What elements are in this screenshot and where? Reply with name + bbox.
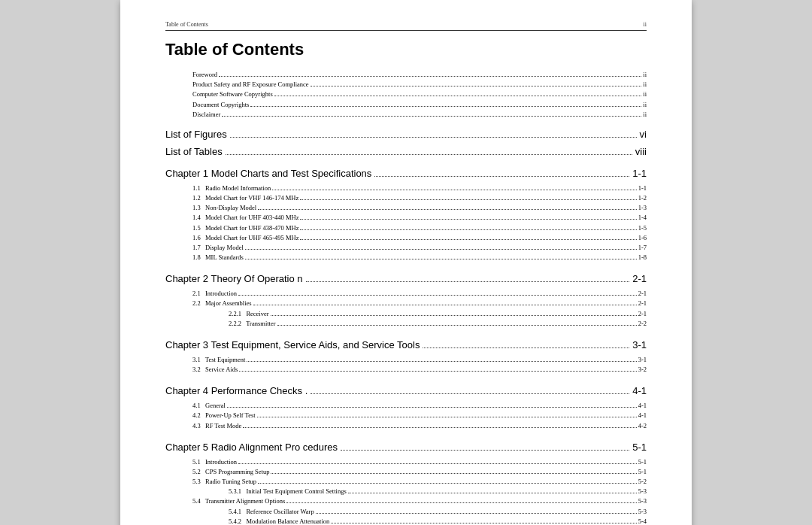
dots	[300, 199, 636, 200]
page-num: 2-1	[638, 299, 647, 308]
item-title: 5.4.2 Modulation Balance Attenuation	[229, 517, 329, 525]
chapter-item: 5.3 Radio Tuning Setup 5-2	[165, 477, 647, 487]
chapter-heading-1: Chapter 1 Model Charts and Test Specific…	[165, 168, 647, 179]
chapter-item: 1.3 Non-Display Model 1-3	[165, 203, 647, 213]
page-num: 1-8	[638, 253, 647, 262]
dots	[219, 76, 641, 77]
item-title: 1.3 Non-Display Model	[192, 203, 256, 213]
dots	[250, 106, 641, 107]
chapters-container: Chapter 1 Model Charts and Test Specific…	[165, 168, 647, 525]
page-num: 5-3	[638, 496, 647, 506]
page-num: 2-1	[632, 273, 647, 284]
chapter-item: 5.4.1 Reference Oscillator Warp 5-3	[165, 507, 647, 517]
page-num: 4-2	[638, 421, 647, 431]
chapter-item: 1.7 Display Model 1-7	[165, 243, 647, 253]
foreword-item: Computer Software Copyrights ii	[165, 90, 647, 99]
page-num: 5-1	[632, 442, 647, 453]
page-header: Table of Contents ii	[165, 21, 647, 31]
item-title: 5.3.1 Initial Test Equipment Control Set…	[229, 487, 347, 496]
item-title: 5.3 Radio Tuning Setup	[192, 477, 256, 487]
page-num: vi	[640, 129, 647, 140]
page-num: 1-6	[638, 233, 647, 243]
foreword-item: Document Copyrights ii	[165, 100, 647, 110]
chapter-label: Chapter 5 Radio Alignment Pro cedures	[165, 442, 338, 453]
chapter-label: Chapter 4 Performance Checks .	[165, 385, 308, 396]
item-title: 4.3 RF Test Mode	[192, 421, 241, 431]
item-title: Document Copyrights	[192, 100, 249, 110]
dots	[258, 209, 636, 210]
item-title: 1.8 MIL Standards	[192, 253, 244, 262]
chapter-item: 4.3 RF Test Mode 4-2	[165, 421, 647, 431]
item-title: 1.1 Radio Model Information	[192, 184, 271, 193]
foreword-item: Product Safety and RF Exposure Complianc…	[165, 80, 647, 90]
dots	[227, 407, 637, 408]
list-headings: List of Figures vi List of Tables viii	[165, 129, 647, 157]
page-num: 5-2	[638, 477, 647, 487]
dots	[238, 463, 637, 464]
page-num: 1-5	[638, 223, 647, 233]
page-num: ii	[643, 100, 647, 110]
dots	[226, 154, 632, 155]
dots	[230, 137, 637, 138]
document-page: Table of Contents ii Table of Contents F…	[120, 0, 692, 525]
chapter-item: 3.2 Service Aids 3-2	[165, 365, 647, 375]
chapter-heading-5: Chapter 5 Radio Alignment Pro cedures 5-…	[165, 442, 647, 453]
page-num: 5-3	[638, 487, 647, 496]
dots	[286, 502, 636, 503]
item-title: 2.2.1 Receiver	[229, 309, 269, 319]
item-title: 2.2 Major Assemblies	[192, 299, 252, 308]
page-num: 5-1	[638, 457, 647, 467]
chapter-label: Chapter 3 Test Equipment, Service Aids, …	[165, 339, 420, 351]
dots	[245, 259, 637, 259]
dots	[243, 427, 636, 428]
item-title: 4.1 General	[192, 401, 226, 411]
page-num: 2-1	[638, 289, 647, 299]
item-title: 5.4 Transmitter Alignment Options	[192, 496, 285, 506]
item-title: 2.1 Introduction	[192, 289, 237, 299]
chapter-item: 4.1 General 4-1	[165, 401, 647, 411]
chapter-item: 1.8 MIL Standards 1-8	[165, 253, 647, 262]
dots	[331, 523, 636, 523]
dots	[277, 325, 637, 326]
list-heading: List of Tables viii	[165, 146, 647, 157]
dots	[271, 315, 637, 316]
chapter-item: 1.2 Model Chart for VHF 146-174 MHz 1-2	[165, 193, 647, 203]
toc-title: Table of Contents	[165, 40, 647, 59]
page-num: 3-2	[638, 365, 647, 375]
dots	[238, 295, 637, 296]
chapter-item: 5.1 Introduction 5-1	[165, 457, 647, 467]
page-num: 5-1	[638, 467, 647, 477]
chapter-item: 1.6 Model Chart for UHF 465-495 MHz 1-6	[165, 233, 647, 243]
chapter-item: 1.5 Model Chart for UHF 438-470 MHz 1-5	[165, 223, 647, 233]
chapter-item: 5.4.2 Modulation Balance Attenuation 5-4	[165, 517, 647, 525]
chapter-item: 2.2 Major Assemblies 2-1	[165, 299, 647, 308]
page-num: 4-1	[632, 385, 647, 396]
chapter-heading-3: Chapter 3 Test Equipment, Service Aids, …	[165, 339, 647, 351]
chapter-heading-2: Chapter 2 Theory Of Operatio n 2-1	[165, 273, 647, 284]
dots	[272, 190, 636, 190]
item-title: 5.1 Introduction	[192, 457, 237, 467]
page-num: 1-7	[638, 243, 647, 253]
page-num: 3-1	[632, 339, 647, 351]
item-title: 5.2 CPS Programming Setup	[192, 467, 269, 477]
dots	[306, 281, 630, 282]
chapter-item: 2.1 Introduction 2-1	[165, 289, 647, 299]
dots	[222, 116, 641, 117]
item-title: Computer Software Copyrights	[192, 90, 273, 99]
dots	[245, 249, 637, 250]
chapter-item: 2.2.2 Transmitter 2-2	[165, 319, 647, 329]
chapter-item: 5.3.1 Initial Test Equipment Control Set…	[165, 487, 647, 496]
dots	[341, 450, 629, 451]
item-title: 3.1 Test Equipment	[192, 355, 245, 365]
dots	[253, 305, 637, 305]
item-title: 1.4 Model Chart for UHF 403-440 MHz	[192, 213, 298, 223]
page-num: 4-1	[638, 411, 647, 420]
item-title: 1.6 Model Chart for UHF 465-495 MHz	[192, 233, 298, 243]
dots	[247, 361, 636, 362]
page-num: 1-1	[638, 184, 647, 193]
item-title: Product Safety and RF Exposure Complianc…	[192, 80, 309, 90]
dots	[300, 239, 636, 240]
page-num: 1-4	[638, 213, 647, 223]
dots	[271, 473, 636, 474]
item-title: 1.5 Model Chart for UHF 438-470 MHz	[192, 223, 298, 233]
